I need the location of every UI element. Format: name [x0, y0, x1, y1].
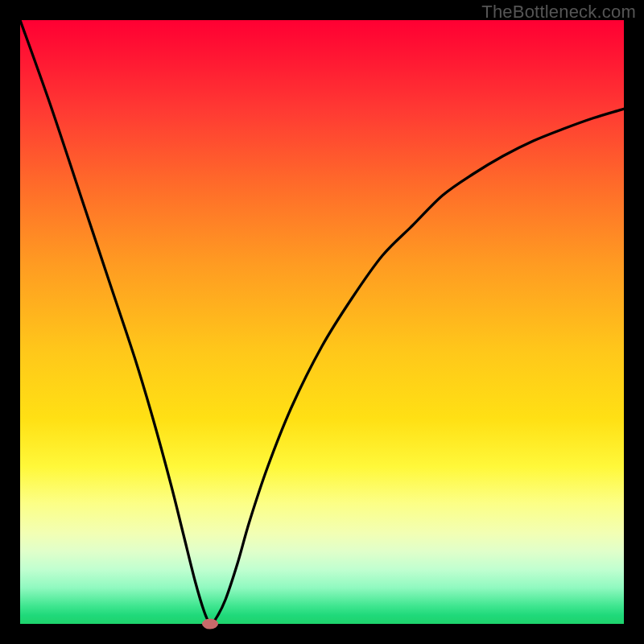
minimum-marker: [202, 619, 218, 630]
plot-area: [20, 20, 624, 624]
bottleneck-curve: [20, 20, 624, 624]
chart-frame: TheBottleneck.com: [0, 0, 644, 644]
watermark-text: TheBottleneck.com: [481, 2, 636, 23]
